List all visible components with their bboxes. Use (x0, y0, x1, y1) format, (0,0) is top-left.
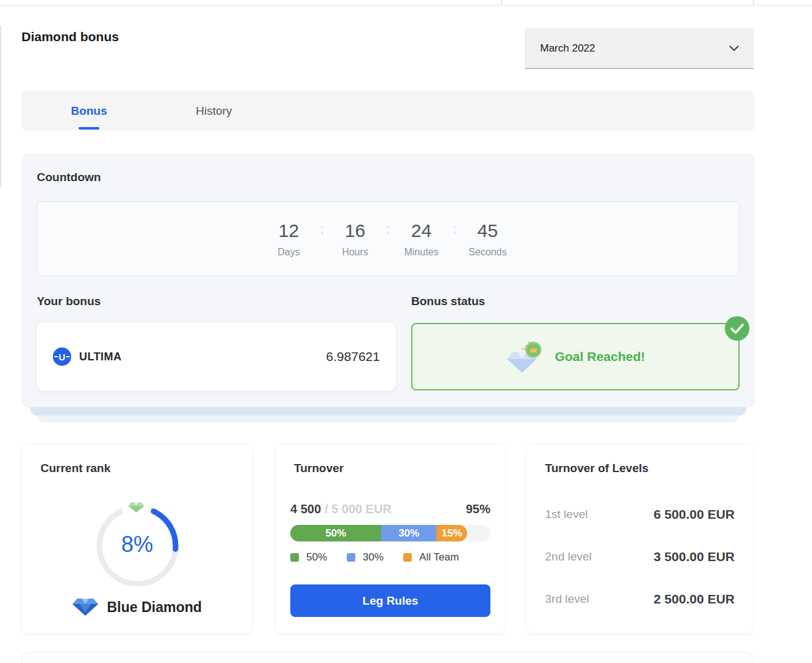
countdown-minutes-value: 24 (397, 220, 446, 241)
tab-bonus-label: Bonus (71, 104, 107, 118)
tab-bonus[interactable]: Bonus (68, 91, 110, 131)
left-panel-edge (0, 26, 1, 187)
legend-swatch-green (290, 553, 299, 562)
your-bonus-title: Your bonus (37, 295, 396, 308)
turnover-target: / 5 000 EUR (325, 502, 392, 516)
level-row: 1st level 6 500.00 EUR (545, 507, 735, 522)
countdown-seconds-label: Seconds (463, 247, 512, 258)
next-section-card (21, 652, 754, 663)
legend-label: 30% (363, 551, 384, 564)
rank-percent: 8% (22, 532, 252, 557)
turnover-stats: 4 500 / 5 000 EUR 95% (290, 502, 490, 516)
page-title: Diamond bonus (21, 29, 119, 44)
turnover-legend: 50% 30% All Team (290, 551, 490, 564)
countdown-days-label: Days (265, 247, 314, 258)
chevron-down-icon (729, 45, 739, 52)
countdown-hours-value: 16 (331, 220, 380, 241)
turnover-progress-bar: 50% 30% 15% (290, 525, 490, 541)
svg-text:U: U (59, 352, 66, 362)
bar-segment-15: 15% (436, 525, 468, 541)
ultima-logo-icon: U (53, 347, 71, 366)
legend-swatch-blue (347, 553, 355, 562)
bonus-status-box: Goal Reached! (411, 323, 740, 390)
legend-swatch-orange (403, 553, 412, 562)
level-value: 6 500.00 EUR (654, 507, 735, 522)
bonus-amount: 6.987621 (326, 349, 380, 364)
level-row: 3rd level 2 500.00 EUR (545, 592, 735, 607)
check-icon (725, 316, 749, 341)
levels-list: 1st level 6 500.00 EUR 2nd level 3 500.0… (541, 507, 738, 607)
current-rank-title: Current rank (41, 462, 238, 475)
turnover-card: Turnover 4 500 / 5 000 EUR 95% 50% 30% 1… (275, 444, 506, 634)
bonus-status-title: Bonus status (411, 295, 740, 308)
tab-history-label: History (196, 104, 232, 118)
current-rank-card: Current rank 8% Blue Diamond (21, 444, 253, 634)
level-value: 2 500.00 EUR (654, 592, 735, 607)
level-label: 2nd level (545, 550, 592, 564)
leg-rules-button[interactable]: Leg Rules (290, 584, 490, 617)
column-divider (753, 0, 754, 6)
countdown-hours-label: Hours (331, 247, 380, 258)
tab-bar: Bonus History (21, 91, 755, 131)
countdown-hours: 16 Hours (331, 220, 380, 258)
currency-name: ULTIMA (79, 351, 122, 363)
level-value: 3 500.00 EUR (654, 549, 735, 564)
countdown-separator: : (446, 222, 463, 238)
countdown-days: 12 Days (265, 220, 314, 258)
period-select[interactable]: March 2022 (525, 28, 754, 69)
bonus-panel: Countdown 12 Days : 16 Hours : 24 Minute… (21, 153, 755, 407)
diamond-goal-icon (506, 339, 544, 374)
level-label: 3rd level (545, 592, 589, 606)
countdown-seconds-value: 45 (463, 220, 512, 241)
rank-row: Blue Diamond (22, 597, 252, 618)
countdown-timer: 12 Days : 16 Hours : 24 Minutes : 45 Sec… (37, 201, 740, 276)
period-select-value: March 2022 (540, 42, 729, 55)
level-row: 2nd level 3 500.00 EUR (545, 549, 735, 564)
turnover-separator: / (325, 502, 328, 516)
turnover-percent: 95% (466, 502, 490, 516)
your-bonus-card: U ULTIMA 6.987621 (37, 323, 396, 390)
turnover-title: Turnover (294, 462, 490, 475)
tab-history[interactable]: History (190, 91, 238, 131)
turnover-levels-card: Turnover of Levels 1st level 6 500.00 EU… (526, 444, 754, 634)
rank-name: Blue Diamond (107, 599, 202, 616)
active-tab-underline (79, 127, 99, 130)
bar-segment-50: 50% (290, 525, 381, 541)
countdown-minutes: 24 Minutes (397, 220, 446, 258)
legend-label: 50% (306, 551, 327, 564)
turnover-levels-title: Turnover of Levels (545, 462, 738, 475)
countdown-separator: : (380, 222, 397, 238)
legend-label: All Team (419, 551, 459, 564)
bar-segment-30: 30% (381, 525, 436, 541)
turnover-target-value: 5 000 EUR (331, 502, 392, 516)
legend-item: All Team (403, 551, 459, 564)
goal-reached-text: Goal Reached! (555, 349, 645, 364)
legend-item: 50% (290, 551, 327, 564)
countdown-seconds: 45 Seconds (463, 220, 512, 258)
turnover-current: 4 500 (290, 502, 321, 516)
countdown-title: Countdown (37, 171, 740, 184)
top-table-edge (0, 0, 812, 6)
legend-item: 30% (347, 551, 384, 564)
countdown-days-value: 12 (265, 220, 314, 241)
countdown-separator: : (314, 222, 331, 238)
gem-blue-icon (72, 597, 98, 618)
level-label: 1st level (545, 508, 588, 521)
column-divider (501, 0, 502, 6)
countdown-minutes-label: Minutes (397, 247, 446, 258)
